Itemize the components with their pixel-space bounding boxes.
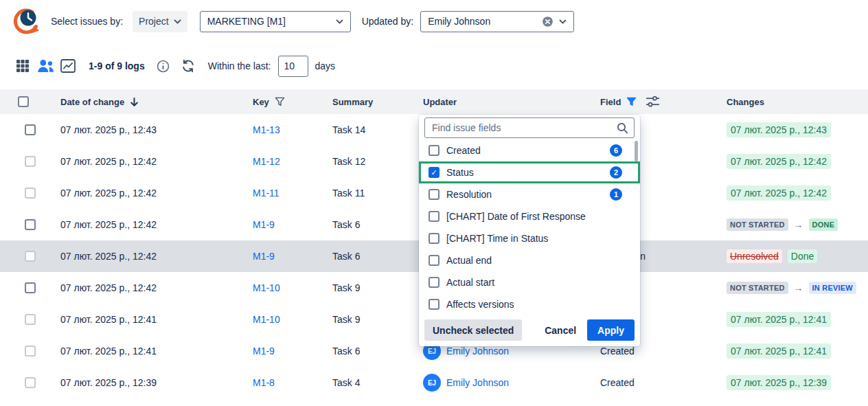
field-option-affects-versions[interactable]: Affects versions [419, 293, 640, 315]
row-checkbox[interactable] [25, 251, 36, 262]
option-checkbox[interactable] [429, 211, 439, 222]
changes-cell: 07 лют. 2025 р., 12:39 [713, 375, 868, 390]
mode-value: Project [139, 16, 169, 27]
avatar: EJ [423, 374, 441, 392]
summary-cell: Task 4 [319, 377, 409, 388]
option-checkbox[interactable] [429, 277, 439, 288]
row-checkbox[interactable] [25, 282, 36, 293]
issue-key-link[interactable]: M1-10 [253, 282, 280, 293]
change-date-value: 07 лют. 2025 р., 12:43 [727, 122, 831, 137]
updater-cell: EJ Emily Johnson [409, 374, 586, 392]
cancel-button[interactable]: Cancel [545, 325, 576, 336]
chart-view-icon[interactable] [59, 57, 77, 75]
updater-link[interactable]: Emily Johnson [446, 377, 509, 388]
option-checkbox[interactable] [429, 255, 439, 266]
summary-cell: Task 9 [319, 282, 409, 293]
uncheck-selected-button[interactable]: Uncheck selected [424, 319, 522, 341]
column-settings-icon[interactable] [646, 96, 659, 107]
option-checkbox[interactable] [429, 233, 439, 244]
updated-by-select[interactable]: Emily Johnson [420, 11, 574, 32]
option-checkbox[interactable] [429, 299, 439, 310]
date-of-change-cell: 07 лют. 2025 р., 12:41 [47, 314, 239, 325]
date-of-change-cell: 07 лют. 2025 р., 12:43 [47, 124, 239, 135]
issue-source-mode-dropdown[interactable]: Project [133, 11, 187, 32]
table-header-row: Date of change Key Summary Updater Field [0, 89, 868, 114]
field-option-created[interactable]: Created 6 [419, 139, 640, 161]
chevron-down-icon [559, 19, 567, 24]
option-checkbox[interactable] [429, 167, 439, 178]
days-input[interactable] [278, 56, 308, 77]
issue-key-link[interactable]: M1-8 [253, 377, 275, 388]
col-date-of-change[interactable]: Date of change [47, 97, 239, 107]
status-from-lozenge: NOT STARTED [727, 218, 788, 231]
updater-link[interactable]: Emily Johnson [446, 346, 509, 357]
summary-cell: Task 6 [319, 219, 409, 230]
changes-cell: NOT STARTED → DONE [713, 218, 868, 231]
field-option-chart-time-in-status[interactable]: [CHART] Time in Status [419, 227, 640, 249]
refresh-icon[interactable] [181, 59, 195, 73]
status-to-lozenge: DONE [809, 218, 838, 231]
scrollbar-thumb[interactable] [635, 141, 638, 161]
col-field: Field [586, 96, 713, 107]
updated-by-label: Updated by: [362, 16, 414, 27]
row-checkbox[interactable] [25, 156, 36, 167]
summary-cell: Task 11 [319, 188, 409, 199]
field-option-list: Created 6 Status 2 Resolution 1 [CHART] … [419, 138, 640, 315]
resolution-old-value: Unresolved [727, 249, 782, 263]
table-row[interactable]: 07 лют. 2025 р., 12:39 M1-8 Task 4 EJ Em… [0, 367, 868, 398]
row-checkbox[interactable] [25, 219, 36, 230]
date-of-change-cell: 07 лют. 2025 р., 12:41 [47, 346, 239, 357]
project-value: MARKETING [M1] [207, 16, 330, 27]
status-to-lozenge: IN REVIEW [809, 282, 856, 294]
summary-cell: Task 9 [319, 314, 409, 325]
dropdown-footer: Uncheck selected Cancel Apply [419, 315, 640, 346]
date-of-change-cell: 07 лют. 2025 р., 12:42 [47, 188, 239, 199]
top-filter-bar: Select issues by: Project MARKETING [M1]… [0, 0, 868, 43]
row-checkbox[interactable] [25, 346, 36, 357]
changes-cell: Unresolved Done [713, 249, 868, 263]
select-all-checkbox[interactable] [18, 96, 29, 107]
date-of-change-cell: 07 лют. 2025 р., 12:42 [47, 282, 239, 293]
row-checkbox[interactable] [25, 377, 36, 388]
logs-count: 1-9 of 9 logs [89, 60, 145, 71]
apply-button[interactable]: Apply [587, 319, 635, 341]
row-checkbox[interactable] [25, 314, 36, 325]
issue-key-link[interactable]: M1-10 [253, 314, 280, 325]
issue-key-link[interactable]: M1-9 [253, 219, 275, 230]
field-option-chart-date-of-first-response[interactable]: [CHART] Date of First Response [419, 205, 640, 227]
summary-cell: Task 12 [319, 156, 409, 167]
changes-cell: NOT STARTED → IN REVIEW [713, 282, 868, 294]
field-search-input[interactable] [424, 117, 635, 138]
key-filter-icon[interactable] [275, 97, 285, 106]
option-checkbox[interactable] [429, 189, 439, 200]
field-filter-dropdown: Created 6 Status 2 Resolution 1 [CHART] … [419, 115, 640, 346]
issue-key-link[interactable]: M1-9 [253, 251, 275, 262]
count-badge: 6 [610, 144, 622, 157]
field-cell: Created [586, 346, 713, 357]
row-checkbox[interactable] [25, 124, 36, 135]
field-option-actual-start[interactable]: Actual start [419, 271, 640, 293]
field-option-status[interactable]: Status 2 [419, 161, 640, 183]
field-option-resolution[interactable]: Resolution 1 [419, 183, 640, 205]
option-checkbox[interactable] [429, 145, 439, 156]
clear-icon[interactable] [542, 16, 553, 27]
issue-key-link[interactable]: M1-12 [253, 156, 280, 167]
issue-key-link[interactable]: M1-13 [253, 124, 280, 135]
changes-cell: 07 лют. 2025 р., 12:43 [713, 122, 868, 137]
issue-key-link[interactable]: M1-11 [253, 188, 279, 199]
field-filter-active-icon[interactable] [626, 97, 637, 106]
arrow-right-icon: → [794, 219, 803, 230]
info-icon[interactable] [157, 60, 170, 73]
search-icon [617, 122, 628, 134]
users-view-icon[interactable] [36, 57, 54, 75]
updater-value: Emily Johnson [428, 16, 536, 27]
summary-cell: Task 6 [319, 251, 409, 262]
field-option-actual-end[interactable]: Actual end [419, 249, 640, 271]
chevron-down-icon [336, 19, 343, 24]
issue-key-link[interactable]: M1-9 [253, 346, 275, 357]
row-checkbox[interactable] [25, 188, 36, 199]
app-logo [11, 6, 41, 36]
project-select[interactable]: MARKETING [M1] [200, 11, 351, 32]
sort-desc-icon[interactable] [130, 97, 139, 107]
table-view-icon[interactable] [14, 57, 32, 75]
